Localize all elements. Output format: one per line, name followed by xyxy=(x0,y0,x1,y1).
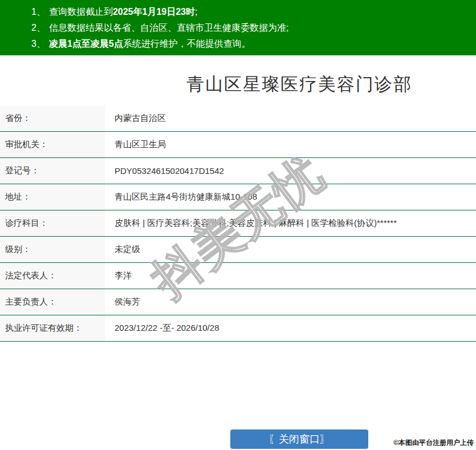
row-value: 侯海芳 xyxy=(105,289,476,315)
row-value: PDY05324615020417D1542 xyxy=(105,158,476,184)
footer-area: 〖关闭窗口〗 ©本图由平台注册用户上传 xyxy=(0,429,476,449)
notice-line-1: 1、查询数据截止到2025年1月19日23时; xyxy=(31,4,470,20)
row-label: 诊疗科目： xyxy=(0,210,105,236)
row-label: 省份： xyxy=(0,106,105,131)
query-result-page: 1、查询数据截止到2025年1月19日23时; 2、信息数据结果以各省、自治区、… xyxy=(0,0,476,450)
notice-line-3: 3、凌晨1点至凌晨5点系统进行维护，不能提供查询。 xyxy=(31,36,470,52)
row-value: 青山区民主路4号街坊健康新城10-108 xyxy=(105,184,476,210)
notice-line-bold: 凌晨1点至凌晨5点 xyxy=(49,39,123,48)
notice-line-tail: ; xyxy=(195,7,197,17)
row-label: 地址： xyxy=(0,184,105,210)
row-value: 2023/12/22 -至- 2026/10/28 xyxy=(105,315,476,341)
row-value: 青山区卫生局 xyxy=(105,132,476,157)
table-row-address: 地址： 青山区民主路4号街坊健康新城10-108 xyxy=(0,184,476,210)
notice-line-text: 信息数据结果以各省、自治区、直辖市卫生健康委数据为准 xyxy=(49,23,286,33)
table-row-license-validity: 执业许可证有效期： 2023/12/22 -至- 2026/10/28 xyxy=(0,315,476,342)
notice-line-text: 查询数据截止到 xyxy=(49,7,113,17)
notice-line-number: 1、 xyxy=(31,7,46,17)
table-row-legal-representative: 法定代表人： 李洋 xyxy=(0,263,476,289)
copyright-note: ©本图由平台注册用户上传 xyxy=(393,438,474,448)
row-label: 法定代表人： xyxy=(0,263,105,289)
table-row-principal: 主要负责人： 侯海芳 xyxy=(0,289,476,315)
notice-line-number: 2、 xyxy=(31,23,46,33)
title-area: 青山区星璨医疗美容门诊部 xyxy=(123,74,476,95)
notice-line-bold: 2025年1月19日23时 xyxy=(113,7,195,17)
close-window-button[interactable]: 〖关闭窗口〗 xyxy=(230,429,368,449)
row-label: 登记号： xyxy=(0,158,105,184)
clinic-name-title: 青山区星璨医疗美容门诊部 xyxy=(123,74,476,95)
notice-line-number: 3、 xyxy=(31,39,46,48)
notice-line-2: 2、信息数据结果以各省、自治区、直辖市卫生健康委数据为准; xyxy=(31,20,470,36)
notice-line-tail: ; xyxy=(286,23,288,33)
table-row-departments: 诊疗科目： 皮肤科 | 医疗美容科;美容外科;美容皮肤科 | 麻醉科 | 医学检… xyxy=(0,210,476,237)
row-label: 执业许可证有效期： xyxy=(0,315,105,341)
table-row-level: 级别： 未定级 xyxy=(0,237,476,263)
table-row-approval-authority: 审批机关： 青山区卫生局 xyxy=(0,132,476,158)
table-row-registration-number: 登记号： PDY05324615020417D1542 xyxy=(0,158,476,184)
row-value: 李洋 xyxy=(105,263,476,289)
notice-line-tail: 系统进行维护，不能提供查询。 xyxy=(123,39,251,48)
table-row-province: 省份： 内蒙古自治区 xyxy=(0,106,476,132)
clinic-info-table: 省份： 内蒙古自治区 审批机关： 青山区卫生局 登记号： PDY05324615… xyxy=(0,106,476,342)
row-value: 内蒙古自治区 xyxy=(105,106,476,131)
row-value: 未定级 xyxy=(105,237,476,262)
notice-banner: 1、查询数据截止到2025年1月19日23时; 2、信息数据结果以各省、自治区、… xyxy=(0,0,476,55)
row-label: 主要负责人： xyxy=(0,289,105,315)
row-label: 级别： xyxy=(0,237,105,262)
row-label: 审批机关： xyxy=(0,132,105,157)
row-value: 皮肤科 | 医疗美容科;美容外科;美容皮肤科 | 麻醉科 | 医学检验科(协议)… xyxy=(105,210,476,236)
